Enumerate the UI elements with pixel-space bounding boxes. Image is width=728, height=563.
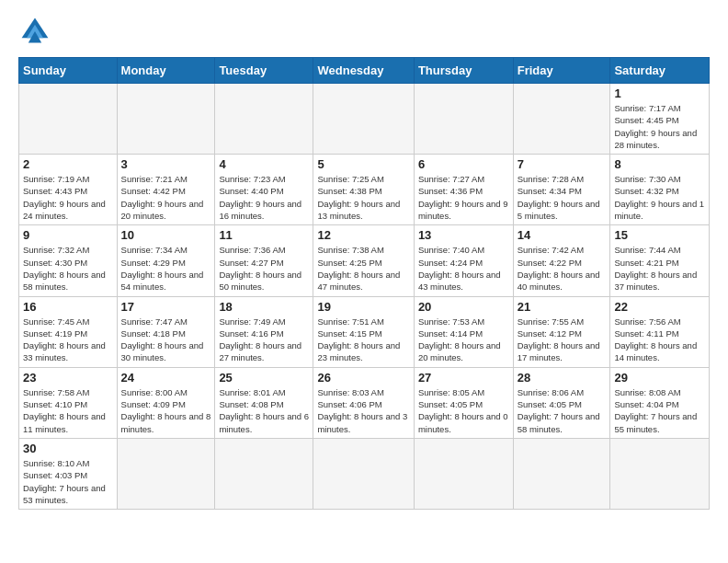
calendar-cell: 26Sunrise: 8:03 AM Sunset: 4:06 PM Dayli… (313, 367, 414, 438)
day-number: 22 (614, 300, 705, 314)
day-number: 3 (121, 157, 211, 171)
day-info: Sunrise: 8:10 AM Sunset: 4:03 PM Dayligh… (23, 457, 113, 506)
calendar-cell: 29Sunrise: 8:08 AM Sunset: 4:04 PM Dayli… (610, 367, 710, 438)
day-number: 16 (23, 300, 113, 314)
day-info: Sunrise: 7:42 AM Sunset: 4:22 PM Dayligh… (518, 244, 607, 293)
day-number: 15 (614, 228, 705, 242)
day-info: Sunrise: 7:34 AM Sunset: 4:29 PM Dayligh… (121, 244, 211, 293)
day-number: 1 (614, 86, 705, 100)
day-number: 30 (23, 442, 113, 455)
calendar-cell: 20Sunrise: 7:53 AM Sunset: 4:14 PM Dayli… (414, 296, 513, 367)
calendar-cell: 1Sunrise: 7:17 AM Sunset: 4:45 PM Daylig… (610, 84, 710, 155)
day-info: Sunrise: 7:27 AM Sunset: 4:36 PM Dayligh… (418, 173, 509, 222)
day-number: 7 (518, 157, 607, 171)
day-number: 21 (518, 300, 607, 314)
day-number: 2 (23, 157, 113, 171)
day-number: 26 (317, 371, 409, 385)
calendar-cell (313, 84, 414, 155)
calendar-cell (19, 84, 118, 155)
day-info: Sunrise: 7:44 AM Sunset: 4:21 PM Dayligh… (614, 244, 705, 293)
calendar-cell: 27Sunrise: 8:05 AM Sunset: 4:05 PM Dayli… (414, 367, 513, 438)
calendar-cell (117, 84, 215, 155)
calendar-cell (313, 438, 414, 509)
day-number: 13 (418, 228, 509, 242)
calendar-cell: 19Sunrise: 7:51 AM Sunset: 4:15 PM Dayli… (313, 296, 414, 367)
day-number: 19 (317, 300, 409, 314)
col-saturday: Saturday (610, 58, 710, 84)
page-header (18, 15, 710, 48)
calendar-cell: 6Sunrise: 7:27 AM Sunset: 4:36 PM Daylig… (414, 155, 513, 225)
day-info: Sunrise: 8:00 AM Sunset: 4:09 PM Dayligh… (121, 386, 211, 435)
calendar-cell (513, 438, 610, 509)
day-info: Sunrise: 7:55 AM Sunset: 4:12 PM Dayligh… (518, 316, 607, 364)
day-info: Sunrise: 8:03 AM Sunset: 4:06 PM Dayligh… (317, 386, 409, 435)
col-tuesday: Tuesday (215, 58, 313, 84)
day-number: 20 (418, 300, 509, 314)
calendar-cell: 17Sunrise: 7:47 AM Sunset: 4:18 PM Dayli… (117, 296, 215, 367)
calendar-cell: 21Sunrise: 7:55 AM Sunset: 4:12 PM Dayli… (513, 296, 610, 367)
day-info: Sunrise: 7:47 AM Sunset: 4:18 PM Dayligh… (121, 316, 211, 364)
day-info: Sunrise: 8:08 AM Sunset: 4:04 PM Dayligh… (614, 386, 705, 435)
day-info: Sunrise: 7:17 AM Sunset: 4:45 PM Dayligh… (614, 102, 705, 151)
day-info: Sunrise: 8:06 AM Sunset: 4:05 PM Dayligh… (518, 386, 607, 435)
calendar-cell (414, 84, 513, 155)
day-number: 29 (614, 371, 705, 385)
calendar-cell: 18Sunrise: 7:49 AM Sunset: 4:16 PM Dayli… (215, 296, 313, 367)
day-info: Sunrise: 8:01 AM Sunset: 4:08 PM Dayligh… (219, 386, 309, 435)
calendar-cell: 30Sunrise: 8:10 AM Sunset: 4:03 PM Dayli… (19, 438, 118, 509)
day-info: Sunrise: 7:53 AM Sunset: 4:14 PM Dayligh… (418, 316, 509, 364)
calendar-cell: 12Sunrise: 7:38 AM Sunset: 4:25 PM Dayli… (313, 225, 414, 296)
logo (18, 15, 57, 48)
day-info: Sunrise: 7:30 AM Sunset: 4:32 PM Dayligh… (614, 173, 705, 222)
day-info: Sunrise: 8:05 AM Sunset: 4:05 PM Dayligh… (418, 386, 509, 435)
day-number: 4 (219, 157, 309, 171)
calendar-cell: 25Sunrise: 8:01 AM Sunset: 4:08 PM Dayli… (215, 367, 313, 438)
col-sunday: Sunday (19, 58, 118, 84)
calendar-cell (117, 438, 215, 509)
calendar-cell: 28Sunrise: 8:06 AM Sunset: 4:05 PM Dayli… (513, 367, 610, 438)
day-number: 11 (219, 228, 309, 242)
calendar-cell: 23Sunrise: 7:58 AM Sunset: 4:10 PM Dayli… (19, 367, 118, 438)
calendar-cell: 14Sunrise: 7:42 AM Sunset: 4:22 PM Dayli… (513, 225, 610, 296)
calendar-cell (215, 438, 313, 509)
day-info: Sunrise: 7:38 AM Sunset: 4:25 PM Dayligh… (317, 244, 409, 293)
calendar-cell: 9Sunrise: 7:32 AM Sunset: 4:30 PM Daylig… (19, 225, 118, 296)
day-number: 24 (121, 371, 211, 385)
calendar-cell (610, 438, 710, 509)
day-number: 18 (219, 300, 309, 314)
col-wednesday: Wednesday (313, 58, 414, 84)
day-info: Sunrise: 7:40 AM Sunset: 4:24 PM Dayligh… (418, 244, 509, 293)
calendar-cell: 15Sunrise: 7:44 AM Sunset: 4:21 PM Dayli… (610, 225, 710, 296)
day-info: Sunrise: 7:23 AM Sunset: 4:40 PM Dayligh… (219, 173, 309, 222)
calendar-cell (414, 438, 513, 509)
calendar-table: Sunday Monday Tuesday Wednesday Thursday… (18, 57, 710, 510)
day-info: Sunrise: 7:25 AM Sunset: 4:38 PM Dayligh… (317, 173, 409, 222)
calendar-cell: 5Sunrise: 7:25 AM Sunset: 4:38 PM Daylig… (313, 155, 414, 225)
calendar-cell (215, 84, 313, 155)
day-info: Sunrise: 7:28 AM Sunset: 4:34 PM Dayligh… (518, 173, 607, 222)
calendar-cell: 4Sunrise: 7:23 AM Sunset: 4:40 PM Daylig… (215, 155, 313, 225)
calendar-cell: 16Sunrise: 7:45 AM Sunset: 4:19 PM Dayli… (19, 296, 118, 367)
day-info: Sunrise: 7:36 AM Sunset: 4:27 PM Dayligh… (219, 244, 309, 293)
col-monday: Monday (117, 58, 215, 84)
calendar-cell: 7Sunrise: 7:28 AM Sunset: 4:34 PM Daylig… (513, 155, 610, 225)
day-number: 28 (518, 371, 607, 385)
day-info: Sunrise: 7:49 AM Sunset: 4:16 PM Dayligh… (219, 316, 309, 364)
calendar-cell (513, 84, 610, 155)
col-thursday: Thursday (414, 58, 513, 84)
calendar-cell: 13Sunrise: 7:40 AM Sunset: 4:24 PM Dayli… (414, 225, 513, 296)
logo-icon (18, 15, 51, 48)
calendar-cell: 3Sunrise: 7:21 AM Sunset: 4:42 PM Daylig… (117, 155, 215, 225)
calendar-cell: 24Sunrise: 8:00 AM Sunset: 4:09 PM Dayli… (117, 367, 215, 438)
calendar-cell: 2Sunrise: 7:19 AM Sunset: 4:43 PM Daylig… (19, 155, 118, 225)
calendar-cell: 8Sunrise: 7:30 AM Sunset: 4:32 PM Daylig… (610, 155, 710, 225)
day-number: 5 (317, 157, 409, 171)
day-number: 25 (219, 371, 309, 385)
day-number: 9 (23, 228, 113, 242)
day-number: 8 (614, 157, 705, 171)
day-info: Sunrise: 7:19 AM Sunset: 4:43 PM Dayligh… (23, 173, 113, 222)
day-number: 23 (23, 371, 113, 385)
day-info: Sunrise: 7:51 AM Sunset: 4:15 PM Dayligh… (317, 316, 409, 364)
calendar-cell: 22Sunrise: 7:56 AM Sunset: 4:11 PM Dayli… (610, 296, 710, 367)
day-number: 6 (418, 157, 509, 171)
